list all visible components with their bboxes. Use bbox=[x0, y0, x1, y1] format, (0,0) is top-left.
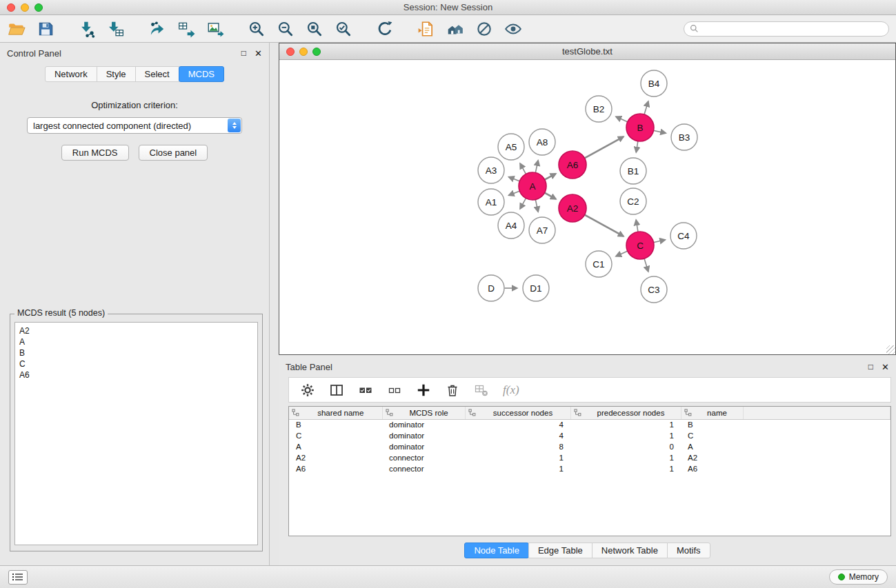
network-node-A5[interactable]: A5 bbox=[498, 134, 524, 160]
network-node-B4[interactable]: B4 bbox=[641, 70, 667, 97]
network-node-A4[interactable]: A4 bbox=[498, 212, 524, 239]
network-edge-B-B2[interactable] bbox=[616, 116, 628, 122]
network-node-C3[interactable]: C3 bbox=[641, 276, 667, 303]
run-mcds-button[interactable]: Run MCDS bbox=[61, 145, 129, 161]
search-input[interactable] bbox=[702, 24, 883, 34]
save-session-icon[interactable] bbox=[36, 19, 55, 39]
import-network-icon[interactable] bbox=[77, 19, 97, 39]
network-node-C2[interactable]: C2 bbox=[620, 188, 646, 214]
network-edge-C-C4[interactable] bbox=[653, 240, 665, 243]
tab-select[interactable]: Select bbox=[135, 66, 179, 82]
first-neighbors-icon[interactable] bbox=[446, 19, 465, 39]
zoom-fit-icon[interactable] bbox=[305, 19, 324, 39]
tab-mcds[interactable]: MCDS bbox=[179, 66, 224, 82]
function-builder-icon[interactable]: f(x) bbox=[503, 383, 519, 397]
close-panel-button[interactable]: Close panel bbox=[139, 145, 208, 161]
export-table-icon[interactable] bbox=[177, 19, 196, 39]
zoom-window-button[interactable] bbox=[34, 3, 43, 12]
network-edge-A-A3[interactable] bbox=[509, 177, 520, 181]
criterion-dropdown[interactable]: largest connected component (directed) bbox=[27, 117, 242, 134]
close-panel-icon[interactable]: ✕ bbox=[255, 49, 262, 58]
network-edge-C-C2[interactable] bbox=[636, 220, 638, 232]
column-header-mcds-role[interactable]: MCDS role bbox=[382, 407, 465, 419]
table-row[interactable]: A2connector11A2 bbox=[289, 453, 890, 464]
table-row[interactable]: Adominator80A bbox=[289, 442, 890, 453]
network-edge-B-B4[interactable] bbox=[644, 101, 648, 114]
result-item[interactable]: A bbox=[19, 336, 253, 347]
export-network-icon[interactable] bbox=[148, 19, 167, 39]
network-edge-B-B1[interactable] bbox=[636, 141, 638, 152]
export-image-icon[interactable] bbox=[206, 19, 225, 39]
network-edge-A6-B[interactable] bbox=[584, 136, 624, 158]
network-canvas[interactable]: B4B2BB3A5A8A6B1A3AC2A1A2A4A7C4CC1C3DD1 bbox=[279, 60, 895, 354]
tab-network[interactable]: Network bbox=[45, 66, 97, 82]
network-edge-A-A6[interactable] bbox=[544, 174, 556, 180]
network-node-C1[interactable]: C1 bbox=[586, 251, 612, 277]
gear-icon[interactable] bbox=[300, 383, 315, 398]
network-edge-B-B3[interactable] bbox=[653, 130, 666, 133]
table-row[interactable]: Cdominator41C bbox=[289, 431, 890, 442]
float-table-panel-icon[interactable]: □ bbox=[868, 363, 873, 371]
memory-button[interactable]: Memory bbox=[829, 569, 888, 585]
network-node-C4[interactable]: C4 bbox=[670, 223, 697, 249]
network-edge-C-C1[interactable] bbox=[616, 251, 628, 256]
open-folder-icon[interactable] bbox=[7, 19, 26, 39]
network-edge-A2-C[interactable] bbox=[584, 214, 624, 236]
network-edge-C-C3[interactable] bbox=[644, 258, 648, 272]
task-history-button[interactable] bbox=[8, 570, 28, 585]
tab-node-table[interactable]: Node Table bbox=[464, 543, 529, 558]
table-row[interactable]: Bdominator41B bbox=[289, 419, 890, 431]
network-node-B[interactable]: B bbox=[626, 114, 654, 141]
resize-grip-icon[interactable] bbox=[886, 345, 895, 354]
graphics-details-icon[interactable] bbox=[475, 19, 494, 39]
network-canvas-area[interactable]: B4B2BB3A5A8A6B1A3AC2A1A2A4A7C4CC1C3DD1 bbox=[279, 60, 895, 354]
zoom-selected-icon[interactable] bbox=[334, 19, 353, 39]
network-node-C[interactable]: C bbox=[626, 232, 654, 259]
network-minimize-button[interactable] bbox=[299, 48, 308, 56]
search-field[interactable] bbox=[684, 21, 889, 37]
minimize-window-button[interactable] bbox=[21, 3, 29, 12]
network-node-B1[interactable]: B1 bbox=[620, 158, 646, 184]
trash-icon[interactable] bbox=[445, 383, 460, 398]
zoom-in-icon[interactable] bbox=[247, 19, 266, 39]
column-header-shared-name[interactable]: shared name bbox=[289, 407, 382, 419]
result-item[interactable]: A2 bbox=[19, 325, 253, 336]
column-header-successor-nodes[interactable]: successor nodes bbox=[465, 407, 570, 419]
delete-table-icon[interactable] bbox=[474, 383, 489, 398]
result-item[interactable]: C bbox=[19, 358, 253, 369]
close-table-panel-icon[interactable]: ✕ bbox=[882, 363, 889, 372]
column-header-predecessor-nodes[interactable]: predecessor nodes bbox=[570, 407, 681, 419]
network-edge-A-A5[interactable] bbox=[520, 163, 526, 174]
network-node-A1[interactable]: A1 bbox=[478, 189, 504, 215]
apply-layout-icon[interactable] bbox=[375, 19, 395, 39]
float-panel-icon[interactable]: □ bbox=[241, 49, 246, 57]
network-node-A8[interactable]: A8 bbox=[529, 129, 555, 155]
close-window-button[interactable] bbox=[7, 3, 15, 12]
result-item[interactable]: B bbox=[19, 347, 253, 358]
import-table-icon[interactable] bbox=[106, 19, 126, 39]
network-close-button[interactable] bbox=[286, 48, 295, 56]
network-snapshot-icon[interactable] bbox=[417, 19, 436, 39]
tab-network-table[interactable]: Network Table bbox=[592, 543, 668, 558]
network-node-D[interactable]: D bbox=[478, 275, 504, 301]
network-node-A6[interactable]: A6 bbox=[559, 151, 586, 179]
network-edge-A-A7[interactable] bbox=[535, 199, 538, 212]
network-node-A[interactable]: A bbox=[519, 172, 546, 200]
network-edge-A-A2[interactable] bbox=[544, 192, 556, 199]
zoom-out-icon[interactable] bbox=[276, 19, 295, 39]
network-node-A7[interactable]: A7 bbox=[529, 217, 555, 243]
tab-motifs[interactable]: Motifs bbox=[667, 543, 710, 558]
show-hide-eye-icon[interactable] bbox=[504, 19, 523, 39]
tab-edge-table[interactable]: Edge Table bbox=[528, 543, 593, 558]
network-node-B3[interactable]: B3 bbox=[671, 124, 697, 150]
network-node-A3[interactable]: A3 bbox=[478, 157, 504, 183]
network-edge-A-A4[interactable] bbox=[520, 198, 526, 209]
result-item[interactable]: A6 bbox=[19, 369, 253, 381]
deselect-all-rows-icon[interactable] bbox=[387, 383, 402, 398]
column-header-name[interactable]: name bbox=[681, 407, 743, 419]
network-node-B2[interactable]: B2 bbox=[586, 96, 612, 122]
select-all-rows-icon[interactable] bbox=[358, 383, 373, 398]
network-zoom-button[interactable] bbox=[312, 48, 321, 56]
network-node-D1[interactable]: D1 bbox=[523, 275, 549, 301]
add-column-icon[interactable] bbox=[416, 383, 431, 398]
